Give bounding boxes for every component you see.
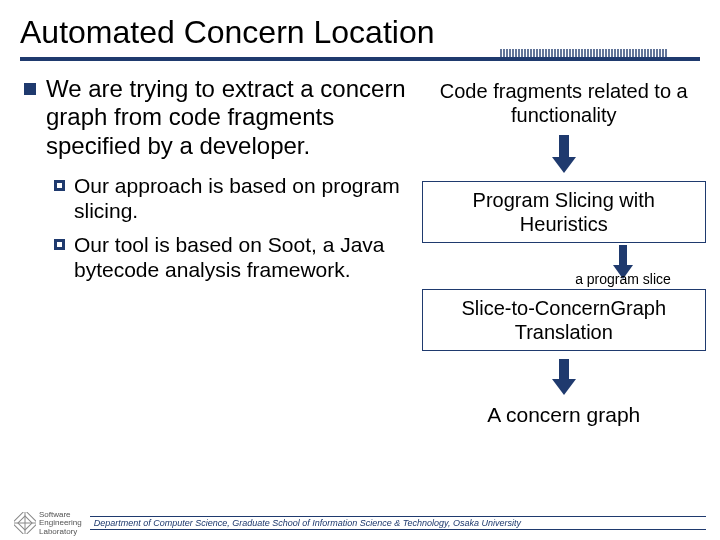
sub-bullet-1: Our approach is based on program slicing… <box>74 174 414 224</box>
down-arrow-icon <box>422 135 706 173</box>
svg-rect-4 <box>57 242 62 247</box>
svg-marker-6 <box>552 157 576 173</box>
flow-output-label: A concern graph <box>422 403 706 427</box>
bullet1-text: We are trying to extract a concern graph… <box>46 75 414 160</box>
hollow-square-icon <box>54 174 68 199</box>
right-column: Code fragments related to a functionalit… <box>420 75 706 427</box>
svg-rect-9 <box>559 359 569 379</box>
svg-rect-7 <box>619 245 627 265</box>
flow-box-1: Program Slicing with Heuristics <box>422 181 706 243</box>
svg-rect-5 <box>559 135 569 157</box>
title-rule <box>0 57 720 61</box>
logo-icon <box>14 512 36 534</box>
svg-rect-2 <box>57 183 62 188</box>
square-bullet-icon <box>24 83 38 97</box>
svg-marker-10 <box>552 379 576 395</box>
hollow-square-icon <box>54 233 68 258</box>
logo-text: Software Engineering Laboratory <box>39 511 82 536</box>
left-column: We are trying to extract a concern graph… <box>24 75 420 427</box>
svg-rect-0 <box>24 83 36 95</box>
down-arrow-icon <box>422 359 706 395</box>
flow-input-label: Code fragments related to a functionalit… <box>422 79 706 127</box>
flow-side-note: a program slice <box>575 271 706 287</box>
bullet-level2: Our tool is based on Soot, a Java byteco… <box>54 229 414 283</box>
sub-bullet-2: Our tool is based on Soot, a Java byteco… <box>74 233 414 283</box>
lab-logo: Software Engineering Laboratory <box>14 511 82 536</box>
flow-box-2: Slice-to-ConcernGraph Translation <box>422 289 706 351</box>
bullet-level2: Our approach is based on program slicing… <box>54 170 414 224</box>
rule-decoration <box>500 47 700 57</box>
footer-affiliation: Department of Computer Science, Graduate… <box>90 516 706 530</box>
bullet-level1: We are trying to extract a concern graph… <box>24 75 414 160</box>
footer: Software Engineering Laboratory Departme… <box>0 511 720 536</box>
